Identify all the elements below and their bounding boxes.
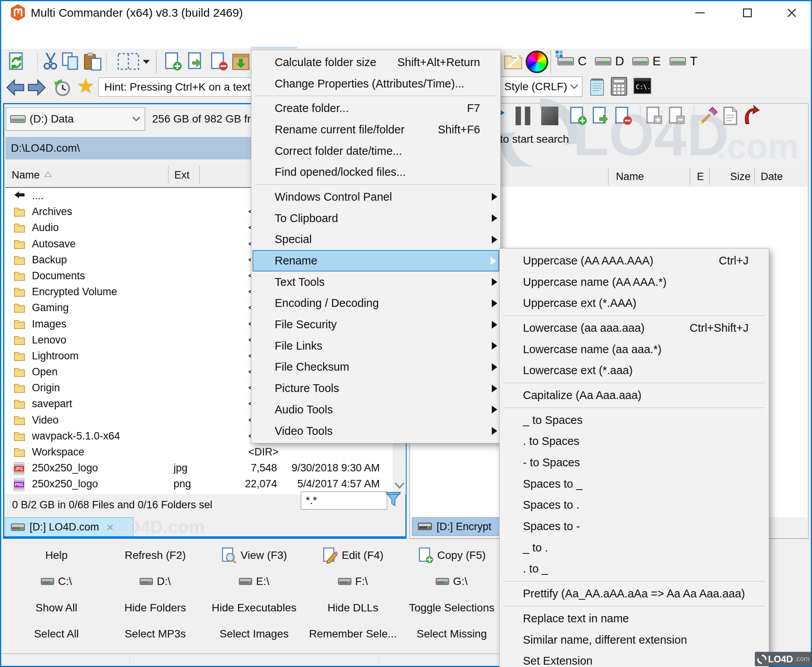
drive-button[interactable]: G:\	[402, 570, 501, 593]
rename-submenu-item[interactable]	[503, 581, 765, 581]
notepad-icon[interactable]	[588, 77, 607, 97]
select-plus-icon[interactable]	[644, 106, 664, 126]
command-button[interactable]: View (F3)	[205, 544, 303, 567]
tools-menu-item[interactable]: Rename current file/folder Shift+F6	[251, 119, 500, 140]
tools-menu-item[interactable]: File Links	[251, 335, 500, 357]
drive-selector-dropdown[interactable]: (D:) Data	[6, 107, 145, 131]
tools-menu-item[interactable]: Calculate folder size Shift+Alt+Return	[251, 52, 500, 73]
left-panel-tab[interactable]: [D:] LO4D.com	[5, 517, 133, 537]
file-row[interactable]: JPG PNG 250x250_logo png 22,074 5/4/2017…	[5, 476, 393, 492]
rename-submenu-item[interactable]: Uppercase ext (*.AAA)	[500, 292, 769, 314]
rename-submenu-item[interactable]: Uppercase (AA AAA.AAA) Ctrl+J	[500, 250, 769, 271]
delete-file-icon[interactable]	[613, 106, 633, 126]
right-column-size[interactable]: Size	[716, 171, 751, 183]
tab-close-icon[interactable]	[106, 523, 114, 531]
tools-menu-item[interactable]: Find opened/locked files...	[251, 161, 500, 183]
back-icon[interactable]	[6, 79, 25, 96]
rename-submenu-item[interactable]: Prettify (Aa_AA.aAA.aAa => Aa Aa Aaa.aaa…	[500, 583, 769, 604]
forward-icon[interactable]	[28, 79, 46, 96]
tools-menu-item[interactable]: Rename	[253, 250, 499, 271]
filter-button[interactable]: Hide DLLs	[303, 597, 402, 619]
stop-icon[interactable]	[541, 107, 558, 125]
filter-button[interactable]: Show All	[7, 597, 106, 619]
new-file-icon[interactable]	[568, 106, 588, 126]
command-button[interactable]: Help	[7, 544, 106, 567]
rename-submenu-item[interactable]	[503, 606, 765, 606]
maximize-button[interactable]	[730, 4, 765, 22]
close-button[interactable]	[775, 4, 809, 22]
tools-menu-item[interactable]: Create folder... F7	[251, 98, 500, 119]
filter-button[interactable]: Hide Folders	[106, 597, 205, 619]
delete-file-icon[interactable]	[209, 51, 229, 72]
pack-archive-icon[interactable]	[231, 51, 251, 72]
tools-menu-item[interactable]	[255, 96, 496, 96]
drive-e-button-icon[interactable]	[632, 56, 649, 67]
file-row[interactable]: JPG PNG 250x250_logo jpg 7,548 9/30/2018…	[5, 460, 393, 476]
rename-submenu-item[interactable]: Lowercase (aa aaa.aaa) Ctrl+Shift+J	[500, 317, 769, 339]
rename-submenu-item[interactable]: . to _	[500, 558, 769, 580]
command-button[interactable]: Refresh (F2)	[106, 544, 205, 567]
copy-file-icon[interactable]	[590, 106, 610, 126]
column-name[interactable]: Name	[12, 169, 40, 181]
drive-d-label[interactable]: D	[615, 54, 624, 68]
split-view-dropdown-icon[interactable]	[142, 59, 151, 65]
rename-submenu-item[interactable]: _ to .	[500, 537, 769, 558]
command-button[interactable]: Edit (F4)	[303, 544, 402, 567]
line-style-dropdown[interactable]: Style (CRLF)	[499, 77, 582, 97]
tools-menu-item[interactable]: Change Properties (Attributes/Time)...	[251, 73, 500, 95]
rename-submenu-item[interactable]	[503, 408, 765, 408]
drive-e-label[interactable]: E	[652, 54, 661, 68]
rename-submenu-item[interactable]: Lowercase name (aa aaa.*)	[500, 339, 769, 360]
pause-icon[interactable]	[516, 107, 521, 125]
rename-submenu-item[interactable]: Replace text in name	[500, 608, 769, 629]
minimize-button[interactable]	[683, 4, 717, 22]
select-button[interactable]: Remember Sele...	[303, 623, 402, 645]
drive-c-button-icon[interactable]	[558, 56, 574, 67]
rename-submenu-item[interactable]: - to Spaces	[500, 452, 769, 473]
rename-submenu-item[interactable]: Set Extension	[500, 650, 769, 667]
pause-icon2[interactable]	[525, 107, 530, 125]
drive-t-button-icon[interactable]	[670, 56, 686, 67]
tools-menu-item[interactable]: Encoding / Decoding	[251, 293, 500, 314]
split-view-icon[interactable]	[117, 53, 140, 70]
file-row[interactable]: JPG PNG Workspace <DIR>	[5, 444, 393, 460]
new-file-icon[interactable]	[163, 51, 183, 72]
rename-submenu-item[interactable]	[503, 383, 765, 383]
rename-submenu-item[interactable]: _ to Spaces	[500, 410, 769, 431]
select-button[interactable]: Select All	[7, 623, 106, 645]
rename-submenu-item[interactable]: Lowercase ext (*.aaa)	[500, 360, 769, 381]
select-minus-icon[interactable]	[666, 106, 687, 126]
tools-menu-item[interactable]: Picture Tools	[251, 378, 500, 399]
brush-icon[interactable]	[698, 106, 719, 126]
filter-button[interactable]: Hide Executables	[205, 597, 303, 619]
history-icon[interactable]	[53, 78, 72, 98]
select-button[interactable]: Select Images	[205, 623, 303, 645]
tools-menu-item[interactable]: File Checksum	[251, 357, 500, 378]
right-column-ext[interactable]: E	[697, 171, 704, 183]
tools-menu-item[interactable]: Video Tools	[251, 420, 500, 442]
rename-submenu-item[interactable]: Similar name, different extension	[500, 629, 769, 651]
rename-submenu-item[interactable]: Spaces to -	[500, 516, 769, 537]
column-ext[interactable]: Ext	[174, 169, 189, 181]
drive-t-label[interactable]: T	[690, 54, 698, 68]
tools-menu-item[interactable]: Text Tools	[251, 271, 500, 293]
copy-icon[interactable]	[60, 51, 81, 72]
filter-input[interactable]	[301, 492, 387, 509]
rename-submenu-item[interactable]: Uppercase name (AA AAA.*)	[500, 271, 769, 293]
filter-funnel-icon[interactable]	[385, 491, 402, 509]
select-button[interactable]: Select Missing	[402, 623, 501, 645]
rename-submenu-item[interactable]: Capitalize (Aa Aaa.aaa)	[500, 385, 769, 406]
select-button[interactable]: Select MP3s	[106, 623, 205, 645]
tools-menu-item[interactable]: File Security	[251, 314, 500, 335]
filter-button[interactable]: Toggle Selections	[402, 597, 501, 619]
red-curved-arrow-icon[interactable]	[742, 105, 761, 125]
calculator-icon[interactable]	[610, 77, 628, 96]
drive-c-label[interactable]: C	[578, 54, 587, 68]
rename-submenu-item[interactable]: Spaces to .	[500, 495, 769, 516]
tools-menu-item[interactable]: Correct folder date/time...	[251, 140, 500, 162]
drive-d-button-icon[interactable]	[595, 56, 611, 67]
document-icon[interactable]	[721, 106, 740, 126]
right-column-date[interactable]: Date	[761, 171, 783, 183]
color-settings-icon[interactable]	[526, 51, 548, 73]
drive-button[interactable]: F:\	[303, 570, 402, 593]
